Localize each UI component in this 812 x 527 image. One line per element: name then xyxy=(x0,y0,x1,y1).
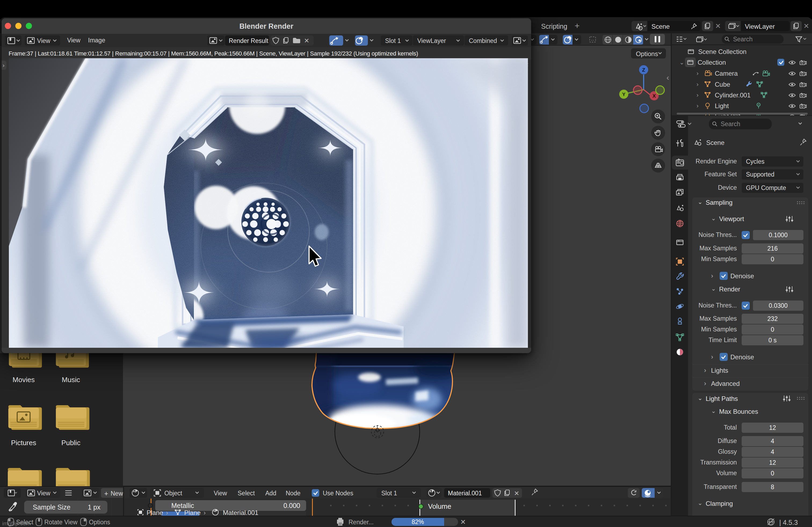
svg-text:Y: Y xyxy=(622,91,626,97)
svg-text:Z: Z xyxy=(642,67,645,73)
svg-text:X: X xyxy=(653,93,656,99)
